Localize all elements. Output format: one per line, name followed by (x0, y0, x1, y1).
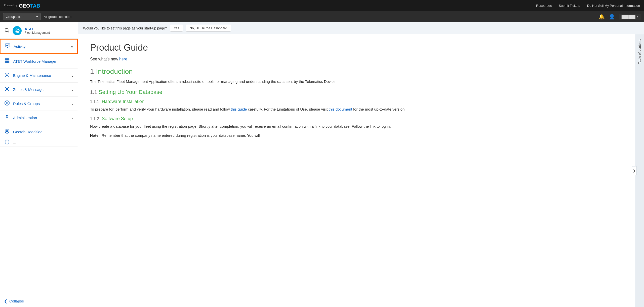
svg-point-2 (5, 28, 8, 31)
svg-point-4 (14, 28, 20, 34)
zones-messages-label: Zones & Messages (13, 87, 68, 92)
collapse-arrow-icon: ❮ (4, 299, 7, 303)
sidebar-collapse-button[interactable]: ❮ Collapse (0, 295, 78, 307)
sidebar-item-rules-groups[interactable]: Rules & Groups ∨ (0, 97, 78, 111)
activity-label: Activity (14, 44, 68, 49)
groups-filter-dropdown-arrow: ▾ (36, 15, 38, 19)
brand-sub: Fleet Management (25, 31, 50, 35)
sidebar-item-partial[interactable]: ... (0, 139, 78, 147)
svg-line-3 (8, 31, 9, 32)
geotab-roadside-icon (4, 128, 10, 135)
toc-collapse-button[interactable]: ❯ (632, 166, 637, 175)
groups-bar: Groups filter ▾ All groups selected 🔔 👤 … (0, 11, 644, 22)
geotab-logo: GEO TAB (19, 3, 49, 9)
toc-collapse-arrow-icon: ❯ (633, 169, 635, 173)
logo-area: Powered by GEO TAB (4, 3, 49, 9)
svg-text:GEO: GEO (19, 3, 30, 9)
engine-maintenance-label: Engine & Maintenance (13, 73, 68, 78)
sidebar-item-administration[interactable]: Administration ∨ (0, 111, 78, 125)
svg-text:TAB: TAB (30, 3, 40, 9)
svg-rect-11 (5, 58, 7, 60)
top-bar: Powered by GEO TAB Resources Submit Tick… (0, 0, 644, 11)
sidebar-item-engine-maintenance[interactable]: Engine & Maintenance ∨ (0, 69, 78, 83)
svg-point-17 (5, 101, 9, 105)
guide-wrapper: Product Guide See what's new here . 1 In… (78, 34, 644, 307)
submit-tickets-link[interactable]: Submit Tickets (559, 4, 580, 8)
svg-point-18 (6, 102, 8, 104)
sidebar-nav: Activity ∨ AT&T Workforce Manager (0, 39, 78, 295)
main-layout: AT&T Fleet Management Activity ∨ (0, 22, 644, 307)
section-11-num: 1.1 (90, 89, 97, 95)
toc-label: Table of contents (638, 37, 641, 66)
this-guide-link[interactable]: this guide (231, 107, 247, 111)
sidebar-item-geotab-roadside[interactable]: Geotab Roadside (0, 125, 78, 139)
rules-groups-label: Rules & Groups (13, 101, 68, 106)
administration-chevron-icon: ∨ (71, 116, 74, 120)
rules-groups-chevron-icon: ∨ (71, 102, 74, 106)
sidebar-item-zones-messages[interactable]: Zones & Messages ∨ (0, 83, 78, 97)
subtitle-prefix: See what's new (90, 57, 119, 61)
svg-rect-14 (7, 61, 9, 63)
section-11-heading: 1.1 Setting Up Your Database (90, 89, 623, 95)
administration-label: Administration (13, 116, 68, 120)
groups-filter-button[interactable]: Groups filter ▾ (3, 13, 41, 20)
user-name-display: ██████ (622, 15, 635, 19)
this-document-link[interactable]: this document (329, 107, 352, 111)
top-bar-right: Resources Submit Tickets Do Not Sell My … (536, 4, 640, 8)
toc-panel[interactable]: ❯ Table of contents (635, 34, 644, 307)
search-icon[interactable] (4, 27, 10, 34)
section-111-num: 1.1.1 (90, 99, 99, 104)
startup-question: Would you like to set this page as your … (83, 26, 167, 30)
collapse-label: Collapse (9, 299, 24, 303)
section-112-body: Now create a database for your fleet usi… (90, 123, 623, 130)
administration-icon (4, 114, 10, 121)
here-link[interactable]: here (119, 57, 127, 61)
section-111-body-mid: carefully. For the Limitations of Use, p… (248, 107, 329, 111)
zones-messages-icon (4, 86, 10, 93)
geotab-roadside-label: Geotab Roadside (13, 130, 74, 134)
activity-icon (5, 43, 11, 50)
svg-point-19 (6, 115, 8, 117)
note-bold: Note (90, 133, 98, 138)
guide-subtitle: See what's new here . (90, 57, 623, 61)
svg-point-15 (6, 74, 8, 76)
section-1-title: Introduction (96, 67, 133, 76)
svg-point-20 (6, 130, 8, 132)
engine-maintenance-icon (4, 72, 10, 79)
sidebar-item-activity[interactable]: Activity ∨ (0, 39, 78, 54)
user-dropdown[interactable]: ██████ ▾ (619, 14, 641, 20)
notification-bell-icon[interactable]: 🔔 (598, 14, 605, 20)
rules-groups-icon (4, 100, 10, 107)
section-111-body: To prepare for, perform and verify your … (90, 106, 623, 113)
note-body: : Remember that the company name entered… (100, 133, 260, 138)
sidebar-item-att-workforce[interactable]: AT&T Workforce Manager (0, 54, 78, 69)
user-dropdown-arrow: ▾ (637, 15, 638, 18)
groups-filter-value: All groups selected (44, 15, 71, 19)
svg-rect-12 (7, 58, 9, 60)
guide-title: Product Guide (90, 42, 623, 53)
brand-name: AT&T (25, 27, 50, 31)
section-111-title: Hardware Installation (102, 99, 144, 104)
zones-messages-chevron-icon: ∨ (71, 88, 74, 92)
startup-bar: Would you like to set this page as your … (78, 22, 644, 34)
svg-point-16 (6, 88, 8, 90)
sidebar-header: AT&T Fleet Management (0, 22, 78, 39)
section-1-body: The Telematics Fleet Management Applicat… (90, 79, 623, 85)
guide-content: Product Guide See what's new here . 1 In… (78, 34, 635, 307)
resources-link[interactable]: Resources (536, 4, 552, 8)
att-logo (13, 26, 22, 35)
activity-chevron-icon: ∨ (71, 45, 73, 49)
subtitle-suffix: . (129, 57, 130, 61)
do-not-sell-link[interactable]: Do Not Sell My Personal Information (587, 4, 640, 8)
yes-button[interactable]: Yes (170, 25, 183, 31)
main-content: Would you like to set this page as your … (78, 22, 644, 307)
use-dashboard-button[interactable]: No, I'll use the Dashboard (186, 25, 231, 31)
section-111-body-prefix: To prepare for, perform and verify your … (90, 107, 231, 111)
section-112-heading: 1.1.2 Software Setup (90, 116, 623, 121)
partial-item-icon (4, 139, 10, 146)
section-112-num: 1.1.2 (90, 117, 99, 121)
att-workforce-label: AT&T Workforce Manager (13, 59, 74, 63)
user-profile-icon[interactable]: 👤 (609, 14, 615, 20)
sidebar-brand: AT&T Fleet Management (25, 27, 50, 35)
engine-maintenance-chevron-icon: ∨ (71, 74, 74, 78)
